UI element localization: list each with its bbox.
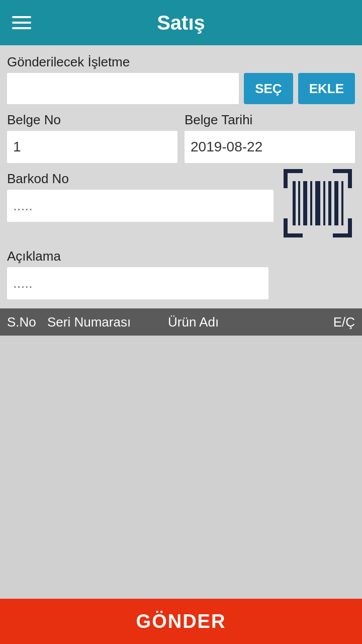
app-header: Satış — [0, 0, 362, 45]
belge-no-label: Belge No — [7, 112, 177, 128]
col-urun-header: Ürün Adı — [168, 314, 325, 330]
svg-rect-2 — [303, 181, 307, 225]
form-area: Gönderilecek İşletme SEÇ EKLE Belge No B… — [0, 45, 362, 308]
gonderilecek-input[interactable] — [7, 73, 239, 104]
svg-rect-3 — [310, 181, 312, 225]
gonderilecek-label: Gönderilecek İşletme — [7, 54, 355, 70]
barcode-scanner-button[interactable] — [281, 166, 355, 240]
barkod-left: Barkod No — [7, 171, 274, 222]
aciklama-section: Açıklama — [7, 249, 355, 299]
gonderilecek-row: SEÇ EKLE — [7, 73, 355, 104]
svg-rect-7 — [334, 181, 338, 225]
table-header: S.No Seri Numarası Ürün Adı E/Ç — [0, 308, 362, 336]
gonder-button[interactable]: GÖNDER — [136, 611, 226, 632]
svg-rect-4 — [315, 181, 320, 225]
belge-tarihi-col: Belge Tarihi — [185, 112, 355, 163]
svg-rect-5 — [323, 181, 325, 225]
barkod-row: Barkod No — [7, 171, 355, 240]
belge-no-col: Belge No — [7, 112, 177, 163]
hamburger-menu-button[interactable] — [12, 16, 31, 29]
footer: GÖNDER — [0, 599, 362, 644]
barcode-scanner-icon — [281, 166, 355, 240]
col-sno-header: S.No — [7, 314, 47, 330]
svg-rect-6 — [328, 181, 331, 225]
belge-no-input[interactable] — [7, 131, 177, 163]
aciklama-input[interactable] — [7, 267, 268, 299]
sec-button[interactable]: SEÇ — [244, 73, 293, 104]
belge-tarihi-label: Belge Tarihi — [185, 112, 355, 128]
aciklama-label: Açıklama — [7, 249, 355, 264]
svg-rect-0 — [293, 181, 296, 225]
barkod-input[interactable] — [7, 190, 274, 222]
table-body — [0, 336, 362, 599]
svg-rect-1 — [298, 181, 300, 225]
belge-tarihi-input[interactable] — [185, 131, 355, 163]
col-ec-header: E/Ç — [325, 314, 355, 330]
svg-rect-8 — [341, 181, 343, 225]
ekle-button[interactable]: EKLE — [298, 73, 355, 104]
col-seri-header: Seri Numarası — [47, 314, 168, 330]
belge-row: Belge No Belge Tarihi — [7, 112, 355, 163]
barkod-no-label: Barkod No — [7, 171, 274, 187]
page-title: Satış — [43, 12, 319, 34]
